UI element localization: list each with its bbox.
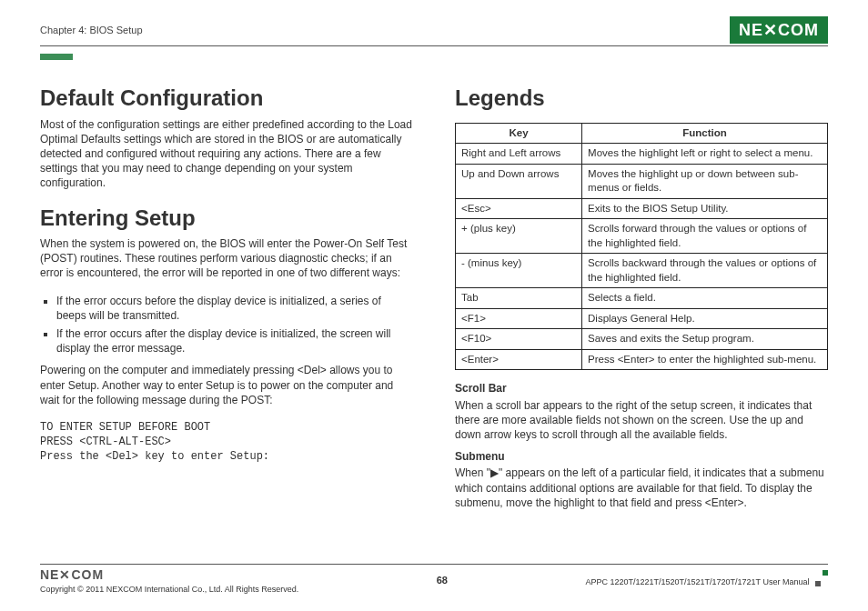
footer-copyright: Copyright © 2011 NEXCOM International Co… (40, 584, 298, 595)
cell-func: Saves and exits the Setup program. (582, 329, 828, 350)
cell-key: <F10> (456, 329, 582, 350)
logo-text: NE✕COM (739, 19, 819, 41)
para-power: Powering on the computer and immediately… (40, 363, 413, 407)
heading-entering-setup: Entering Setup (40, 204, 413, 233)
cell-key: - (minus key) (456, 254, 582, 288)
chapter-label: Chapter 4: BIOS Setup (40, 24, 143, 37)
cell-key: + (plus key) (456, 219, 582, 254)
cell-func: Exits to the BIOS Setup Utility. (582, 198, 828, 219)
footer-squares-icon (815, 574, 828, 585)
cell-key: Tab (456, 288, 582, 309)
cell-key: <F1> (456, 308, 582, 329)
heading-legends: Legends (455, 84, 828, 113)
table-row: <Esc>Exits to the BIOS Setup Utility. (456, 198, 828, 219)
cell-func: Selects a field. (582, 288, 828, 309)
cell-key: Right and Left arrows (456, 144, 582, 165)
cell-key: <Enter> (456, 349, 582, 370)
table-row: Up and Down arrowsMoves the highlight up… (456, 164, 828, 198)
bullet-item: If the error occurs after the display de… (56, 326, 413, 356)
page-number: 68 (437, 574, 448, 587)
accent-bar (40, 54, 73, 60)
error-bullet-list: If the error occurs before the display d… (56, 294, 413, 356)
cell-func: Moves the highlight up or down between s… (582, 164, 828, 198)
cell-func: Displays General Help. (582, 308, 828, 329)
heading-default-configuration: Default Configuration (40, 84, 413, 113)
para-default: Most of the configuration settings are e… (40, 117, 413, 191)
table-row: Right and Left arrowsMoves the highlight… (456, 144, 828, 165)
right-column: Legends Key Function Right and Left arro… (455, 84, 828, 555)
footer-left: NE✕COM Copyright © 2011 NEXCOM Internati… (40, 566, 298, 595)
th-key: Key (456, 123, 582, 144)
footer-manual: APPC 1220T/1221T/1520T/1521T/1720T/1721T… (585, 577, 809, 586)
footer-logo: NE✕COM (40, 566, 298, 584)
para-entering: When the system is powered on, the BIOS … (40, 236, 413, 281)
table-row: <F1>Displays General Help. (456, 308, 828, 329)
table-row: TabSelects a field. (456, 288, 828, 309)
footer-right: APPC 1220T/1221T/1520T/1521T/1720T/1721T… (585, 574, 828, 587)
table-row: <Enter>Press <Enter> to enter the highli… (456, 349, 828, 370)
para-scrollbar: When a scroll bar appears to the right o… (455, 398, 828, 443)
legends-table: Key Function Right and Left arrowsMoves … (455, 123, 828, 371)
bullet-item: If the error occurs before the display d… (56, 294, 413, 323)
table-row: - (minus key)Scrolls backward through th… (456, 254, 828, 288)
left-column: Default Configuration Most of the config… (40, 84, 413, 555)
subhead-scrollbar: Scroll Bar (455, 381, 828, 396)
table-row: + (plus key)Scrolls forward through the … (456, 219, 828, 254)
cell-key: Up and Down arrows (456, 164, 582, 198)
subhead-submenu: Submenu (455, 449, 828, 464)
para-submenu: When "▶" appears on the left of a partic… (455, 466, 828, 510)
th-function: Function (582, 123, 828, 144)
cell-key: <Esc> (456, 198, 582, 219)
cell-func: Scrolls forward through the values or op… (582, 219, 828, 254)
table-row: <F10>Saves and exits the Setup program. (456, 329, 828, 350)
cell-func: Moves the highlight left or right to sel… (582, 144, 828, 165)
cell-func: Press <Enter> to enter the highlighted s… (582, 349, 828, 370)
brand-logo: NE✕COM (730, 16, 828, 44)
code-block: TO ENTER SETUP BEFORE BOOT PRESS <CTRL-A… (40, 420, 413, 465)
cell-func: Scrolls backward through the values or o… (582, 254, 828, 288)
